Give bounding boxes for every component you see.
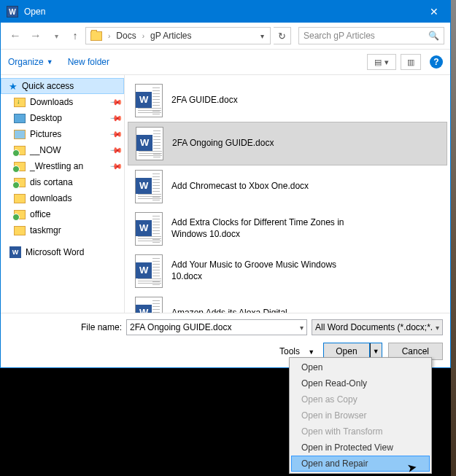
sidebar-item[interactable]: dis cortana <box>1 174 124 190</box>
chevron-right-icon: › <box>108 32 110 40</box>
folder-icon <box>90 31 102 41</box>
file-item[interactable]: Add Your Music to Groove Music Windows 1… <box>128 250 447 292</box>
dropdown-item[interactable]: Open in Protected View <box>291 440 430 456</box>
file-item[interactable]: Add Chromecast to Xbox One.docx <box>128 165 447 208</box>
sidebar-item[interactable]: office <box>1 206 124 222</box>
breadcrumb-seg[interactable]: gP Articles <box>147 29 194 42</box>
sidebar-item-label: taskmgr <box>30 225 61 235</box>
sidebar-quick-access[interactable]: ★ Quick access <box>1 78 124 94</box>
file-item[interactable]: 2FA Ongoing GUIDE.docx <box>128 122 447 165</box>
file-list: 2FA GUIDE.docx2FA Ongoing GUIDE.docxAdd … <box>125 75 450 313</box>
search-placeholder: Search gP Articles <box>304 31 375 41</box>
sidebar-item-label: office <box>30 209 50 219</box>
up-button[interactable]: ↑ <box>68 27 82 44</box>
sidebar-item-label: dis cortana <box>30 177 73 187</box>
star-icon: ★ <box>9 81 18 92</box>
file-item[interactable]: Amazon Adds its Alexa Digital <box>128 292 447 313</box>
folder-icon <box>14 226 26 235</box>
chevron-down-icon: ▼ <box>308 348 314 356</box>
folder-icon <box>14 162 26 171</box>
pin-icon: 📌 <box>109 143 123 157</box>
window-title: Open <box>24 7 417 17</box>
word-doc-icon <box>136 127 163 160</box>
help-icon[interactable]: ? <box>430 55 443 69</box>
pin-icon: 📌 <box>109 127 123 141</box>
dropdown-item[interactable]: Open and Repair <box>291 456 430 472</box>
open-dialog: W Open ✕ ← → ▾ ↑ › Docs › gP Articles ▾ … <box>0 0 451 368</box>
new-folder-button[interactable]: New folder <box>68 57 109 67</box>
sidebar-item[interactable]: taskmgr <box>1 222 124 238</box>
sidebar-item[interactable]: Desktop📌 <box>1 110 124 126</box>
view-mode-button[interactable]: ▤ ▾ <box>367 54 396 70</box>
pin-icon: 📌 <box>109 159 123 173</box>
file-name: Add Your Music to Groove Music Windows 1… <box>171 260 347 282</box>
search-input[interactable]: Search gP Articles 🔍 <box>298 27 444 44</box>
pin-icon: 📌 <box>109 111 123 125</box>
sidebar-item[interactable]: _Wrestling an📌 <box>1 158 124 174</box>
chevron-down-icon: ▼ <box>47 58 53 66</box>
address-bar[interactable]: › Docs › gP Articles ▾ <box>85 27 271 44</box>
folder-icon <box>14 178 26 187</box>
sidebar-item[interactable]: __NOW📌 <box>1 142 124 158</box>
chevron-down-icon[interactable]: ▾ <box>256 32 268 40</box>
titlebar: W Open ✕ <box>1 1 450 23</box>
chevron-down-icon: ▾ <box>436 324 439 332</box>
sidebar-item-label: _Wrestling an <box>30 161 83 171</box>
file-type-filter[interactable]: All Word Documents (*.docx;*. ▾ <box>312 319 443 335</box>
sidebar-item-label: Desktop <box>30 113 62 123</box>
folder-icon <box>14 98 26 107</box>
word-app-icon: W <box>7 6 18 17</box>
refresh-button[interactable]: ↻ <box>274 27 291 44</box>
toolbar: Organize ▼ New folder ▤ ▾ ▥ ? <box>1 49 450 75</box>
word-doc-icon <box>135 170 163 203</box>
file-name: 2FA Ongoing GUIDE.docx <box>172 138 274 149</box>
organize-button[interactable]: Organize ▼ <box>8 57 53 67</box>
back-button[interactable]: ← <box>7 27 24 44</box>
sidebar-item-label: downloads <box>30 193 72 203</box>
file-item[interactable]: 2FA GUIDE.docx <box>128 79 447 122</box>
sidebar-item[interactable]: Pictures📌 <box>1 126 124 142</box>
folder-icon <box>14 194 26 203</box>
word-doc-icon <box>135 254 163 288</box>
sidebar-item-word[interactable]: W Microsoft Word <box>1 244 124 260</box>
history-dropdown[interactable]: ▾ <box>47 27 65 44</box>
filename-label: File name: <box>81 322 122 332</box>
chevron-right-icon: › <box>142 32 144 40</box>
word-doc-icon <box>135 297 163 313</box>
folder-icon <box>14 146 26 155</box>
sidebar-item-label: __NOW <box>30 145 61 155</box>
folder-icon <box>14 114 26 123</box>
search-icon: 🔍 <box>428 31 439 41</box>
filename-input[interactable]: 2FA Ongoing GUIDE.docx ▾ <box>126 319 307 335</box>
dropdown-item[interactable]: Open <box>291 359 430 375</box>
dropdown-item: Open as Copy <box>291 391 430 407</box>
word-icon: W <box>9 246 21 258</box>
file-name: Amazon Adds its Alexa Digital <box>171 308 287 313</box>
tools-button[interactable]: Tools ▼ <box>279 346 314 356</box>
dropdown-item: Open with Transform <box>291 424 430 440</box>
preview-pane-button[interactable]: ▥ <box>401 54 421 70</box>
forward-button: → <box>27 27 45 44</box>
file-item[interactable]: Add Extra Clocks for Different Time Zone… <box>128 208 447 250</box>
file-name: Add Extra Clocks for Different Time Zone… <box>171 217 347 240</box>
nav-row: ← → ▾ ↑ › Docs › gP Articles ▾ ↻ Search … <box>1 23 450 49</box>
close-button[interactable]: ✕ <box>417 1 450 23</box>
open-dropdown-menu: OpenOpen Read-OnlyOpen as CopyOpen in Br… <box>289 357 432 474</box>
sidebar-item[interactable]: Downloads📌 <box>1 94 124 110</box>
breadcrumb-seg[interactable]: Docs <box>113 29 139 42</box>
sidebar-item-label: Pictures <box>30 129 61 139</box>
folder-icon <box>14 130 26 139</box>
file-name: Add Chromecast to Xbox One.docx <box>171 181 309 192</box>
dropdown-item[interactable]: Open Read-Only <box>291 375 430 391</box>
pin-icon: 📌 <box>109 95 123 109</box>
word-doc-icon <box>135 212 163 246</box>
chevron-down-icon[interactable]: ▾ <box>300 324 304 332</box>
file-name: 2FA GUIDE.docx <box>171 95 238 106</box>
sidebar-item[interactable]: downloads <box>1 190 124 206</box>
folder-icon <box>14 210 26 219</box>
sidebar-item-label: Downloads <box>30 97 73 107</box>
sidebar: ★ Quick access Downloads📌Desktop📌Picture… <box>1 75 125 313</box>
word-doc-icon <box>135 84 163 117</box>
dropdown-item: Open in Browser <box>291 407 430 424</box>
